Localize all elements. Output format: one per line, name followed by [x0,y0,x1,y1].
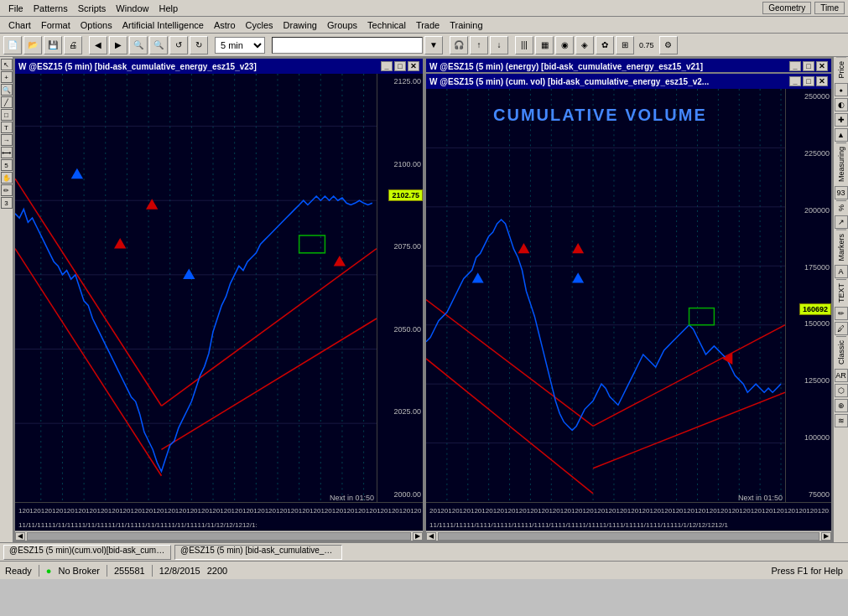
menu-cycles[interactable]: Cycles [241,18,278,32]
tool-eraser[interactable]: ✏ [1,184,13,196]
chart1-next-label: Next in 01:50 [330,494,374,502]
status-divider-2 [107,565,107,577]
timeframe-selector[interactable]: 5 min 1 min 15 min 1 day [215,37,265,54]
tool-text[interactable]: T [1,122,13,133]
chart2-scroll-right[interactable]: ▶ [821,532,831,541]
toolbar-chart-type1[interactable]: ||| [515,36,533,54]
tool-draw-rect[interactable]: □ [1,109,13,121]
right-section-measuring[interactable]: Measuring [836,142,846,185]
taskbar-item-1[interactable]: @ESZ15 (5 min)(cum.vol)[bid-ask_cumulati… [3,545,171,560]
chart2-controls: _ □ ✕ [789,61,828,71]
right-tool-ar[interactable]: AR [835,369,848,382]
chart1-close[interactable]: ✕ [408,61,419,71]
right-tool-12[interactable]: ≋ [835,414,848,427]
right-section-classic[interactable]: Classic [836,336,846,368]
toolbar-down-arrow[interactable]: ↓ [490,36,508,54]
right-tool-4[interactable]: ▲ [835,128,848,142]
toolbar-save[interactable]: 💾 [44,36,62,54]
tool-arrow[interactable]: → [1,134,13,146]
right-tool-6[interactable]: ↗ [835,215,848,229]
chart2-maximize[interactable]: □ [803,61,814,71]
right-tool-7[interactable]: A [835,265,848,278]
menu-training[interactable]: Training [445,18,487,32]
chart1-maximize[interactable]: □ [394,61,406,71]
toolbar-zoom-in[interactable]: 🔍 [129,36,148,54]
menu-window[interactable]: Window [111,2,153,15]
menu-groups[interactable]: Groups [322,18,362,32]
taskbar-item-2-text: @ESZ15 (5 min) [bid-ask_cumulative_energ… [180,546,342,555]
chart2-scrollbar[interactable]: ◀ ▶ [426,531,831,541]
price-label-4: 2050.00 [379,325,421,334]
right-tool-3[interactable]: ✚ [835,113,848,127]
toolbar-search[interactable]: ▼ [424,36,443,54]
taskbar-item-2[interactable]: @ESZ15 (5 min) [bid-ask_cumulative_energ… [174,545,342,560]
menu-chart[interactable]: Chart [3,18,36,32]
menu-trade[interactable]: Trade [411,18,445,32]
symbol-input[interactable] [272,37,423,54]
menu-help[interactable]: Help [153,2,183,15]
toolbar-open[interactable]: 📂 [23,36,42,54]
right-tool-5[interactable]: 93 [835,186,848,199]
tool-pointer[interactable]: ↖ [1,59,13,70]
chart2-price-5: 150000 [788,319,830,328]
tool-measure[interactable]: ⟷ [1,147,13,158]
tool-hand[interactable]: ✋ [1,172,13,184]
right-section-text[interactable]: TEXT [836,279,846,306]
chart1-scroll-thumb[interactable] [27,532,411,541]
chart1-titlebar[interactable]: W @ESZ15 (5 min) [bid-ask_cumulative_ene… [15,59,423,74]
chart1-minimize[interactable]: _ [381,61,393,71]
toolbar-zoom-out[interactable]: 🔍 [149,36,168,54]
chart1-title: W @ESZ15 (5 min) [bid-ask_cumulative_ene… [18,62,381,71]
tool-draw-line[interactable]: ╱ [1,96,13,108]
tool-5[interactable]: 5 [1,159,13,171]
toolbar-forward[interactable]: ▶ [109,36,127,54]
right-section-percent[interactable]: % [836,200,846,215]
right-tool-8[interactable]: ✏ [835,307,848,320]
menu-file[interactable]: File [3,2,29,15]
menu-patterns[interactable]: Patterns [29,2,73,15]
toolbar-up-arrow[interactable]: ↑ [470,36,488,54]
toolbar-settings[interactable]: ⚙ [659,36,678,54]
menu-technical[interactable]: Technical [362,18,411,32]
menu-format[interactable]: Format [36,18,75,32]
toolbar-chart-type2[interactable]: ▦ [535,36,554,54]
chart1-scroll-left[interactable]: ◀ [15,532,25,541]
right-tool-1[interactable]: ⬥ [835,83,848,96]
toolbar-headphones[interactable]: 🎧 [450,36,468,54]
chart-cumvol-titlebar[interactable]: W @ESZ15 (5 min) (cum. vol) [bid-ask_cum… [426,74,831,89]
chart2-scroll-left[interactable]: ◀ [426,532,436,541]
toolbar-refresh2[interactable]: ↻ [190,36,208,54]
toolbar-chart-type5[interactable]: ✿ [596,36,614,54]
toolbar-print[interactable]: 🖨 [64,36,82,54]
toolbar-new[interactable]: 📄 [3,36,22,54]
tool-3[interactable]: 3 [1,197,13,209]
chart2-minimize[interactable]: _ [789,61,801,71]
toolbar-chart-type4[interactable]: ◈ [575,36,594,54]
chart1-scroll-right[interactable]: ▶ [413,532,423,541]
right-section-markers[interactable]: Markers [836,230,846,265]
toolbar-chart-type6[interactable]: ⊞ [616,36,634,54]
chart-cumvol-maximize[interactable]: □ [803,76,814,86]
right-tool-9[interactable]: 🖊 [835,322,848,335]
chart2-scroll-thumb[interactable] [438,532,819,541]
toolbar-refresh[interactable]: ↺ [169,36,188,54]
menu-ai[interactable]: Artificial Intelligence [117,18,209,32]
toolbar-chart-type3[interactable]: ◉ [555,36,574,54]
menu-options[interactable]: Options [75,18,117,32]
menu-scripts[interactable]: Scripts [73,2,112,15]
toolbar-back[interactable]: ◀ [89,36,107,54]
menu-drawing[interactable]: Drawing [278,18,322,32]
menu-astro[interactable]: Astro [209,18,241,32]
chart2-next-label: Next in 01:50 [738,494,783,502]
chart-cumvol-minimize[interactable]: _ [789,76,801,86]
right-tool-11[interactable]: ⊕ [835,399,848,412]
tool-crosshair[interactable]: + [1,71,13,83]
right-tool-2[interactable]: ◐ [835,98,848,111]
price-label-1: 2125.00 [379,77,421,85]
chart1-scrollbar[interactable]: ◀ ▶ [15,531,423,541]
right-tool-10[interactable]: ⬡ [835,384,848,397]
tool-zoom[interactable]: 🔍 [1,84,13,96]
chart-cumvol-close[interactable]: ✕ [816,76,828,86]
right-section-price[interactable]: Price [836,57,846,82]
chart2-close[interactable]: ✕ [816,61,828,71]
